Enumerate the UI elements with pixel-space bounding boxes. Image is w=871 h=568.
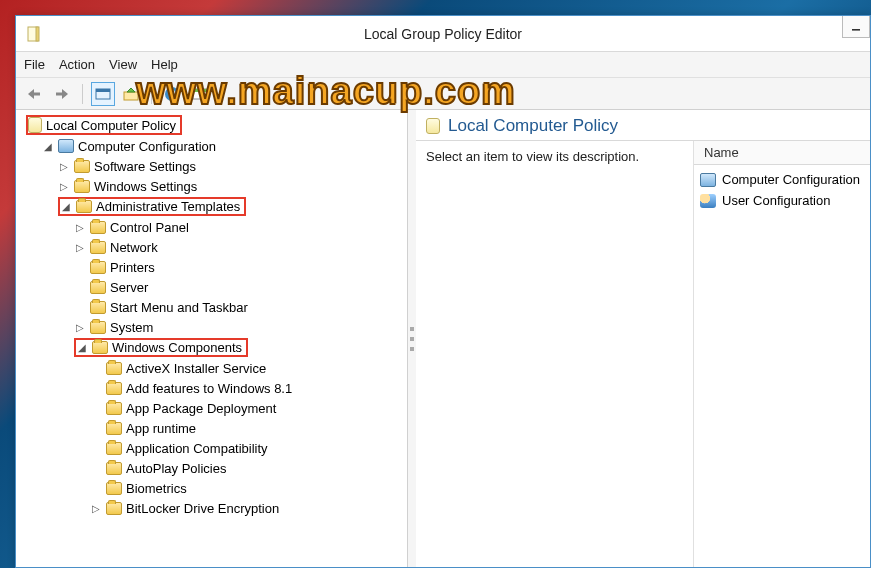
folder-icon <box>74 180 90 193</box>
tree-system[interactable]: ▷ System <box>74 320 153 335</box>
tree-windows-settings[interactable]: ▷ Windows Settings <box>58 179 197 194</box>
help-button[interactable]: ? <box>160 82 184 106</box>
toolbar-divider-2 <box>151 84 152 104</box>
properties-button[interactable] <box>188 82 212 106</box>
tree-admin-templates[interactable]: ◢ Administrative Templates <box>58 197 246 216</box>
menu-action[interactable]: Action <box>59 57 95 72</box>
back-button[interactable] <box>22 82 46 106</box>
tree-root[interactable]: Local Computer Policy <box>26 115 182 135</box>
app-icon <box>26 26 42 42</box>
folder-icon <box>90 301 106 314</box>
folder-icon <box>106 462 122 475</box>
tree-start-menu[interactable]: Start Menu and Taskbar <box>74 300 248 315</box>
app-window: Local Group Policy Editor File Action Vi… <box>15 15 871 568</box>
tree-wc-autoplay[interactable]: AutoPlay Policies <box>90 461 226 476</box>
tree-wc-activex[interactable]: ActiveX Installer Service <box>90 361 266 376</box>
caret-down-icon[interactable]: ◢ <box>42 141 54 152</box>
svg-rect-3 <box>34 92 40 95</box>
menu-view[interactable]: View <box>109 57 137 72</box>
folder-icon <box>90 261 106 274</box>
folder-icon <box>90 221 106 234</box>
caret-down-icon[interactable]: ◢ <box>60 201 72 212</box>
folder-icon <box>90 241 106 254</box>
toolbar-divider <box>82 84 83 104</box>
tree-wc-apprt[interactable]: App runtime <box>90 421 196 436</box>
window-title: Local Group Policy Editor <box>364 26 522 42</box>
folder-icon <box>106 422 122 435</box>
policy-icon <box>28 117 42 133</box>
folder-icon <box>90 281 106 294</box>
list-pane: Name Computer Configuration User Configu… <box>693 141 870 567</box>
folder-icon <box>106 402 122 415</box>
folder-icon <box>106 482 122 495</box>
caret-right-icon[interactable]: ▷ <box>74 322 86 333</box>
svg-rect-7 <box>124 92 138 100</box>
content-pane: Local Computer Policy Select an item to … <box>416 110 870 567</box>
caret-right-icon[interactable]: ▷ <box>74 242 86 253</box>
svg-rect-6 <box>96 89 110 92</box>
computer-icon <box>58 139 74 153</box>
up-button[interactable] <box>119 82 143 106</box>
menu-help[interactable]: Help <box>151 57 178 72</box>
splitter[interactable] <box>408 110 416 567</box>
tree-wc-apppkg[interactable]: App Package Deployment <box>90 401 276 416</box>
policy-icon <box>426 118 440 134</box>
user-icon <box>700 194 716 208</box>
content-header: Local Computer Policy <box>416 110 870 141</box>
menubar: File Action View Help <box>16 52 870 78</box>
folder-icon <box>74 160 90 173</box>
tree-server[interactable]: Server <box>74 280 148 295</box>
tree-win-components[interactable]: ◢ Windows Components <box>74 338 248 357</box>
computer-icon <box>700 173 716 187</box>
caret-right-icon[interactable]: ▷ <box>58 161 70 172</box>
titlebar[interactable]: Local Group Policy Editor <box>16 16 870 52</box>
tree-pane[interactable]: Local Computer Policy ◢ Computer Configu… <box>16 110 408 567</box>
tree-wc-addfeat[interactable]: Add features to Windows 8.1 <box>90 381 292 396</box>
toolbar: ? <box>16 78 870 110</box>
tree-network[interactable]: ▷ Network <box>74 240 158 255</box>
caret-right-icon[interactable]: ▷ <box>90 503 102 514</box>
svg-rect-1 <box>36 27 39 41</box>
column-header-name[interactable]: Name <box>694 141 870 165</box>
minimize-button[interactable] <box>842 16 870 38</box>
folder-icon <box>92 341 108 354</box>
svg-rect-2 <box>852 29 860 31</box>
caret-down-icon[interactable]: ◢ <box>76 342 88 353</box>
svg-text:?: ? <box>169 88 176 100</box>
caret-right-icon[interactable]: ▷ <box>58 181 70 192</box>
list-item-comp-config[interactable]: Computer Configuration <box>700 169 864 190</box>
folder-icon <box>76 200 92 213</box>
tree-software-settings[interactable]: ▷ Software Settings <box>58 159 196 174</box>
tree-control-panel[interactable]: ▷ Control Panel <box>74 220 189 235</box>
tree-wc-bitlocker[interactable]: ▷BitLocker Drive Encryption <box>90 501 279 516</box>
svg-rect-11 <box>193 89 207 92</box>
tree-wc-biometrics[interactable]: Biometrics <box>90 481 187 496</box>
caret-right-icon[interactable]: ▷ <box>74 222 86 233</box>
folder-icon <box>90 321 106 334</box>
content-title: Local Computer Policy <box>448 116 618 136</box>
tree-wc-appcomp[interactable]: Application Compatibility <box>90 441 268 456</box>
forward-button[interactable] <box>50 82 74 106</box>
description-pane: Select an item to view its description. <box>416 141 693 567</box>
description-text: Select an item to view its description. <box>426 149 639 164</box>
tree-comp-config[interactable]: ◢ Computer Configuration <box>42 139 216 154</box>
folder-icon <box>106 382 122 395</box>
svg-rect-4 <box>56 92 62 95</box>
tree-printers[interactable]: Printers <box>74 260 155 275</box>
list-item-user-config[interactable]: User Configuration <box>700 190 864 211</box>
folder-icon <box>106 502 122 515</box>
details-view-button[interactable] <box>91 82 115 106</box>
folder-icon <box>106 362 122 375</box>
folder-icon <box>106 442 122 455</box>
menu-file[interactable]: File <box>24 57 45 72</box>
